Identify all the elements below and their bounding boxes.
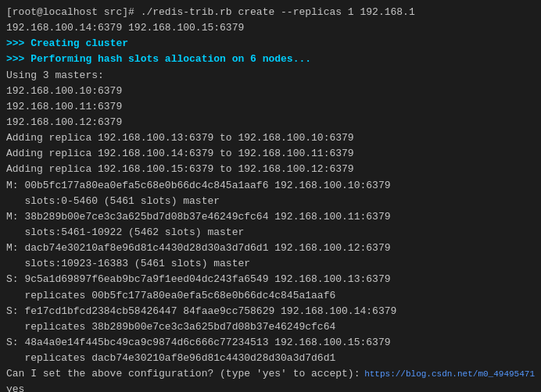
line-2: 192.168.100.14:6379 192.168.100.15:6379 (6, 20, 535, 36)
terminal-content: [root@localhost src]# ./redis-trib.rb cr… (6, 5, 535, 392)
line-16: M: dacb74e30210af8e96d81c4430d28d30a3d7d… (6, 241, 535, 256)
line-22: S: 48a4a0e14f445bc49ca9c9874d6c666c77234… (6, 335, 535, 351)
line-15: slots:5461-10922 (5462 slots) master (6, 225, 535, 241)
line-12: M: 00b5fc177a80ea0efa5c68e0b66dc4c845a1a… (6, 178, 535, 194)
line-17: slots:10923-16383 (5461 slots) master (6, 256, 535, 272)
line-21: replicates 38b289b00e7ce3c3a625bd7d08b37… (6, 319, 535, 335)
line-11: Adding replica 192.168.100.15:6379 to 19… (6, 162, 535, 177)
line-3: >>> Creating cluster (6, 36, 535, 52)
line-23: replicates dacb74e30210af8e96d81c4430d28… (6, 351, 535, 366)
line-13: slots:0-5460 (5461 slots) master (6, 194, 535, 209)
line-1: [root@localhost src]# ./redis-trib.rb cr… (6, 5, 535, 20)
line-7: 192.168.100.11:6379 (6, 99, 535, 115)
line-9: Adding replica 192.168.100.13:6379 to 19… (6, 130, 535, 146)
line-5: Using 3 masters: (6, 68, 535, 84)
line-4: >>> Performing hash slots allocation on … (6, 52, 535, 67)
line-6: 192.168.100.10:6379 (6, 84, 535, 99)
line-20: S: fe17cd1bfcd2384cb58426447 84faae9cc75… (6, 304, 535, 319)
line-8: 192.168.100.12:6379 (6, 115, 535, 130)
line-10: Adding replica 192.168.100.14:6379 to 19… (6, 146, 535, 162)
line-18: S: 9c5a1d69897f6eab9bc7a9f1eed04dc243fa6… (6, 272, 535, 287)
line-19: replicates 00b5fc177a80ea0efa5c68e0b66dc… (6, 288, 535, 304)
line-24: Can I set the above configuration? (type… (6, 366, 535, 392)
line-14: M: 38b289b00e7ce3c3a625bd7d08b37e46249cf… (6, 209, 535, 225)
terminal-window: [root@localhost src]# ./redis-trib.rb cr… (0, 0, 541, 392)
